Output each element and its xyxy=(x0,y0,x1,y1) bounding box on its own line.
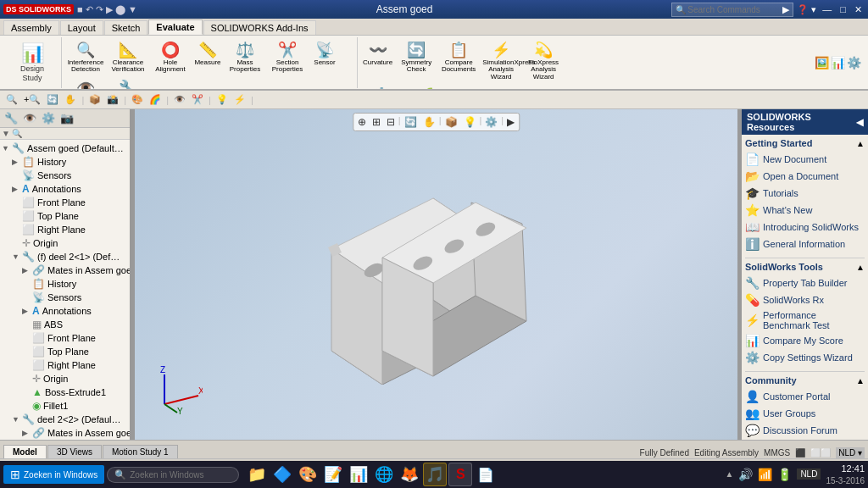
tree-item-history2[interactable]: 📋 History xyxy=(0,277,130,291)
tab-evaluate[interactable]: Evaluate xyxy=(148,19,202,35)
tab-3d-views[interactable]: 3D Views xyxy=(47,445,102,458)
sustainability-btn[interactable]: 🌱 Sustainability xyxy=(403,85,444,91)
search-box[interactable]: 🔍 ▶ xyxy=(671,3,793,17)
design-study-btn[interactable]: 📊 Design Study xyxy=(10,39,54,86)
clock[interactable]: 12:41 15-3-2016 xyxy=(826,463,865,485)
tab-layout[interactable]: Layout xyxy=(60,20,103,35)
link-user-groups[interactable]: 👥 User Groups xyxy=(745,405,865,422)
vt-lights[interactable]: 💡 xyxy=(214,93,231,106)
link-compare-score[interactable]: 📊 Compare My Score xyxy=(745,332,865,349)
taskbar-sw-active[interactable]: S xyxy=(448,463,472,486)
vt-rotate[interactable]: 🔄 xyxy=(44,93,61,106)
minimize-btn[interactable]: — xyxy=(820,4,834,14)
tree-item-annotations1[interactable]: ▶ A Annotations xyxy=(0,182,130,196)
vp-pan-view[interactable]: ✋ xyxy=(420,115,438,129)
tree-item-sensors2[interactable]: 📡 Sensors xyxy=(0,291,130,304)
vt-zoom-fit[interactable]: 🔍 xyxy=(3,93,20,106)
vt-zoom-in[interactable]: +🔍 xyxy=(21,93,43,106)
viewport-expand-btn[interactable]: ⬛ xyxy=(795,448,805,458)
taskbar-spotify[interactable]: 🎵 xyxy=(423,463,447,486)
taskbar-illustrator[interactable]: 🔷 xyxy=(270,463,294,486)
compare-documents-btn[interactable]: 📋 Compare Documents xyxy=(438,39,479,83)
tree-item-boss-extrude1[interactable]: ▲ Boss-Extrude1 xyxy=(0,385,130,399)
section-sw-tools-toggle[interactable]: SolidWorks Tools ▲ xyxy=(745,262,865,272)
link-open-document[interactable]: 📂 Open a Document xyxy=(745,168,865,185)
taskbar-pdf[interactable]: 📄 xyxy=(474,463,498,486)
assemblexpert-btn[interactable]: 🔧 AssemblyXpert xyxy=(108,77,148,91)
tree-item-abs1[interactable]: ▦ ABS xyxy=(0,318,130,331)
lp-icon-settings[interactable]: ⚙️ xyxy=(39,111,58,125)
taskbar-search-input[interactable] xyxy=(130,470,231,480)
link-general-info[interactable]: ℹ️ General Information xyxy=(745,236,865,252)
tree-item-origin2[interactable]: ✛ Origin xyxy=(0,372,130,385)
measure-btn[interactable]: 📏 Measure xyxy=(192,39,223,76)
vp-zoom-fit[interactable]: ⊕ xyxy=(355,115,369,129)
taskbar-file-explorer[interactable]: 📁 xyxy=(245,463,269,486)
search-tree-btn[interactable]: 🔍 xyxy=(12,129,22,138)
taskbar-indesign[interactable]: 📝 xyxy=(321,463,345,486)
section-community-toggle[interactable]: Community ▲ xyxy=(745,375,865,385)
link-whats-new[interactable]: ⭐ What's New xyxy=(745,202,865,219)
tree-item-deel2c1[interactable]: ▼ 🔧 (f) deel 2<1> (Default< xyxy=(0,250,130,263)
tree-item-top-plane2[interactable]: ⬜ Top Plane xyxy=(0,345,130,358)
hole-alignment-btn[interactable]: ⭕ Hole Alignment xyxy=(150,39,191,76)
taskbar-photoshop[interactable]: 🎨 xyxy=(296,463,320,486)
right-panel-collapse[interactable]: ◀ xyxy=(856,117,863,128)
link-tutorials[interactable]: 🎓 Tutorials xyxy=(745,185,865,202)
ribbon-icon2[interactable]: 📊 xyxy=(831,56,845,69)
tree-item-mates2[interactable]: ▶ 🔗 Mates in Assem goed xyxy=(0,426,130,440)
tab-model[interactable]: Model xyxy=(3,445,47,458)
link-discussion-forum[interactable]: 💬 Discussion Forum xyxy=(745,422,865,439)
link-copy-settings[interactable]: ⚙️ Copy Settings Wizard xyxy=(745,349,865,366)
vt-section[interactable]: ✂️ xyxy=(189,93,206,106)
start-button[interactable]: ⊞ Zoeken in Windows xyxy=(3,465,104,484)
tree-item-fillet1[interactable]: ◉ Fillet1 xyxy=(0,399,130,413)
taskbar-excel[interactable]: 📊 xyxy=(347,463,370,486)
vp-view-orient[interactable]: 📦 xyxy=(442,115,460,129)
floxpress-btn[interactable]: 💫 FloXpress Analysis Wizard xyxy=(523,39,564,83)
close-btn[interactable]: ✕ xyxy=(852,4,865,15)
viewport[interactable]: ⊕ ⊞ ⊟ | 🔄 ✋ | 📦 💡 | ⚙️ | ▶ xyxy=(135,109,737,440)
tree-item-front-plane2[interactable]: ⬜ Front Plane xyxy=(0,331,130,345)
link-customer-portal[interactable]: 👤 Customer Portal xyxy=(745,388,865,405)
curvature-btn[interactable]: 〰️ Curvature xyxy=(361,39,394,83)
vp-extras[interactable]: ⚙️ xyxy=(482,115,500,129)
vp-zoom-in[interactable]: ⊞ xyxy=(370,115,383,129)
assembly-visualization-btn[interactable]: 👁️ Assembly Visualization xyxy=(65,77,106,91)
tree-item-mates1[interactable]: ▶ 🔗 Mates in Assem goed xyxy=(0,263,130,277)
taskbar-firefox[interactable]: 🦊 xyxy=(398,463,421,486)
vt-hide[interactable]: 👁️ xyxy=(171,93,188,106)
tree-item-history1[interactable]: ▶ 📋 History xyxy=(0,155,130,169)
link-sw-rx[interactable]: 💊 SolidWorks Rx xyxy=(745,291,865,308)
driveworksxpress-btn[interactable]: ⚙️ DriveWorksXpress Wizard xyxy=(361,85,402,91)
tab-sketch[interactable]: Sketch xyxy=(104,20,148,35)
vt-render[interactable]: ⚡ xyxy=(231,93,248,106)
section-properties-btn[interactable]: ✂️ Section Properties xyxy=(267,39,308,76)
tree-item-annotations2[interactable]: ▶ A Annotations xyxy=(0,304,130,318)
clearance-verification-btn[interactable]: 📐 Clearance Verification xyxy=(108,39,148,76)
link-benchmark[interactable]: ⚡ Performance Benchmark Test xyxy=(745,308,865,332)
lp-icon-feature[interactable]: 🔧 xyxy=(2,111,20,125)
ribbon-icon1[interactable]: 🖼️ xyxy=(815,56,829,69)
tray-up-arrow[interactable]: ▲ xyxy=(725,469,733,479)
help-btn[interactable]: ❓ ▾ xyxy=(797,4,816,15)
link-new-document[interactable]: 📄 New Document xyxy=(745,151,865,168)
tree-item-deel2c2[interactable]: ▼ 🔧 deel 2<2> (Default<<[ xyxy=(0,413,130,426)
vt-display2[interactable]: 🌈 xyxy=(147,93,164,106)
link-tech-alerts[interactable]: 📰 Technical Alerts & News xyxy=(745,439,865,440)
ribbon-icon3[interactable]: ⚙️ xyxy=(847,56,861,69)
tree-item-front-plane1[interactable]: ⬜ Front Plane xyxy=(0,196,130,209)
tree-item-sensors1[interactable]: 📡 Sensors xyxy=(0,169,130,182)
vt-display1[interactable]: 🎨 xyxy=(129,93,146,106)
taskbar-search[interactable]: 🔍 xyxy=(107,467,239,483)
viewport-layout-btn[interactable]: ⬜⬜ xyxy=(810,448,831,458)
vt-view1[interactable]: 📦 xyxy=(86,93,103,106)
tray-battery[interactable]: 🔋 xyxy=(777,468,792,481)
tray-volume[interactable]: 🔊 xyxy=(738,468,753,481)
tab-assembly[interactable]: Assembly xyxy=(3,20,59,35)
taskbar-ie[interactable]: 🌐 xyxy=(372,463,396,486)
link-introducing-solidworks[interactable]: 📖 Introducing SolidWorks xyxy=(745,219,865,236)
tree-item-origin1[interactable]: ✛ Origin xyxy=(0,236,130,250)
tree-item-top-plane1[interactable]: ⬜ Top Plane xyxy=(0,209,130,223)
tray-network[interactable]: 📶 xyxy=(758,468,772,481)
